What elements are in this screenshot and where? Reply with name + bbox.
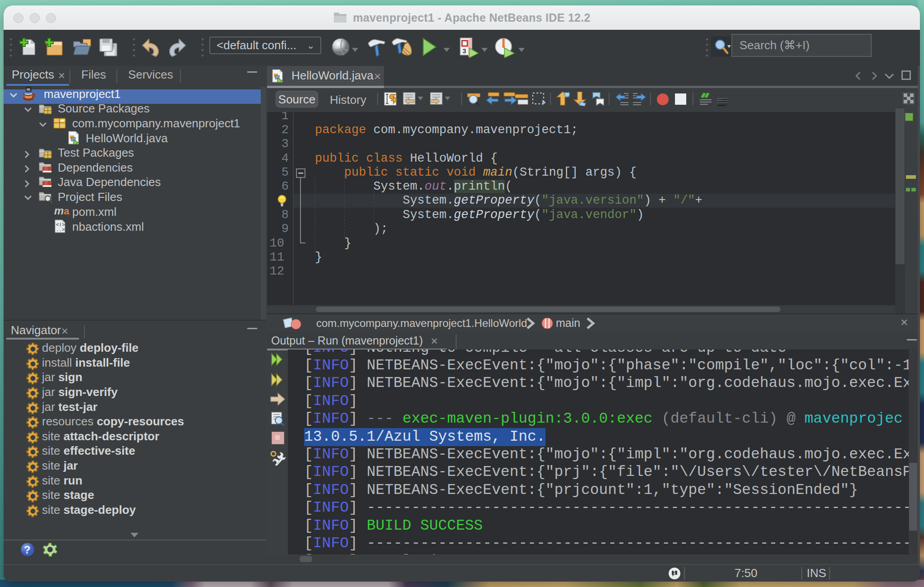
svg-text:?: ?	[24, 544, 31, 556]
svg-text:3: 3	[462, 47, 466, 55]
svg-text:m: m	[27, 87, 30, 92]
svg-text:..>: ..>	[56, 227, 65, 233]
svg-text:1: 1	[673, 570, 676, 575]
